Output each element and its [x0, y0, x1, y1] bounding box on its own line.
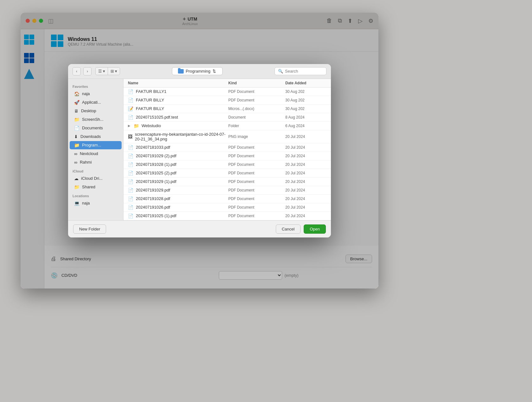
location-badge[interactable]: Programming ⇅	[172, 67, 223, 75]
file-kind-2: Micros...(.docx)	[228, 107, 285, 111]
forward-button[interactable]: ›	[83, 67, 92, 75]
table-row[interactable]: 📄FAKTUR BILLYPDF Document30 Aug 202	[124, 96, 331, 105]
open-button[interactable]: Open	[304, 224, 326, 234]
dialog-toolbar: ‹ › ☰ ▾ ⊞ ▾	[68, 64, 331, 79]
file-icon: 📄	[128, 115, 133, 120]
file-kind-13: PDF Document	[228, 205, 285, 210]
file-kind-11: PDF Document	[228, 188, 285, 192]
sidebar-item-screenshots[interactable]: 📁ScreenSh...	[70, 115, 122, 124]
sidebar-label-nextcloud: Nextcloud	[80, 151, 98, 156]
table-row[interactable]: 📝FAKTUR BILLYMicros...(.docx)30 Aug 202	[124, 105, 331, 113]
folder-icon	[178, 69, 184, 74]
file-name-text: FAKTUR BILLY1	[136, 89, 167, 94]
file-date-8: 20 Jul 2024	[285, 162, 326, 167]
location-chevron: ⇅	[212, 69, 216, 74]
sidebar-icon-nextcloud: ∞	[74, 151, 77, 156]
file-date-1: 30 Aug 202	[285, 98, 326, 102]
back-icon: ‹	[76, 69, 77, 74]
file-name-11: 📄202407191029.pdf	[128, 188, 228, 193]
sidebar-item-desktop[interactable]: 🖥Desktop	[70, 107, 122, 115]
file-date-5: 20 Jul 2024	[285, 134, 326, 139]
table-row[interactable]: ▶📁WebstudioFolder6 Aug 2024	[124, 122, 331, 130]
list-view-button[interactable]: ☰ ▾	[96, 68, 108, 75]
file-name-5: 🖼screencapture-my-bekantanjantan-co-id-2…	[128, 132, 228, 141]
sidebar-item-rahmi[interactable]: ∞Rahmi	[70, 158, 122, 166]
file-icon: 📝	[128, 106, 133, 111]
table-row[interactable]: 📄202407191029 (1).pdfPDF Document20 Jul …	[124, 178, 331, 186]
sidebar-item-naja[interactable]: 🏠naja	[70, 90, 122, 98]
grid-view-button[interactable]: ⊞ ▾	[108, 68, 120, 75]
dialog-sidebar: Favorites🏠naja🚀Applicati...🖥Desktop📁Scre…	[68, 79, 124, 220]
sidebar-label-applications: Applicati...	[82, 100, 101, 105]
sidebar-item-applications[interactable]: 🚀Applicati...	[70, 98, 122, 107]
file-name-text: FAKTUR BILLY	[136, 106, 164, 111]
col-kind: Kind	[228, 81, 285, 85]
file-date-7: 20 Jul 2024	[285, 154, 326, 158]
sidebar-label-naja-loc: naja	[82, 201, 90, 205]
dialog-body: Favorites🏠naja🚀Applicati...🖥Desktop📁Scre…	[68, 79, 331, 220]
file-date-9: 20 Jul 2024	[285, 171, 326, 175]
cancel-button[interactable]: Cancel	[276, 224, 301, 234]
table-row[interactable]: 📄202407191025 (2).pdfPDF Document20 Jul …	[124, 169, 331, 178]
file-name-text: 202407191028.pdf	[136, 196, 170, 201]
file-kind-3: Document	[228, 115, 285, 120]
file-icon: 📄	[128, 196, 133, 201]
file-icon: 📄	[128, 171, 133, 176]
file-kind-14: PDF Document	[228, 214, 285, 218]
table-row[interactable]: 📄202407191029 (2).pdfPDF Document20 Jul …	[124, 152, 331, 160]
location-label: Programming	[186, 69, 210, 74]
list-view-chevron: ▾	[103, 69, 105, 74]
file-name-text: 202407191029 (2).pdf	[136, 153, 176, 158]
sidebar-item-naja-loc[interactable]: 💻naja	[70, 199, 122, 207]
sidebar-item-nextcloud[interactable]: ∞Nextcloud	[70, 150, 122, 158]
table-row[interactable]: 📄202407181033.pdfPDF Document20 Jul 2024	[124, 143, 331, 152]
sidebar-label-rahmi: Rahmi	[80, 160, 92, 165]
file-kind-9: PDF Document	[228, 171, 285, 175]
sidebar-label-downloads: Downloads	[80, 134, 101, 139]
table-row[interactable]: 🖼screencapture-my-bekantanjantan-co-id-2…	[124, 130, 331, 143]
search-input[interactable]	[285, 69, 323, 74]
file-name-4: ▶📁Webstudio	[128, 123, 228, 128]
table-row[interactable]: 📄FAKTUR BILLY1PDF Document30 Aug 202	[124, 88, 331, 96]
sidebar-icon-applications: 🚀	[74, 100, 79, 105]
file-kind-6: PDF Document	[228, 145, 285, 150]
file-name-10: 📄202407191029 (1).pdf	[128, 179, 228, 184]
search-icon: 🔍	[278, 69, 283, 74]
sidebar-item-shared[interactable]: 📁Shared	[70, 183, 122, 191]
sidebar-item-documents[interactable]: 📄Documents	[70, 124, 122, 132]
file-name-text: 202407191029.pdf	[136, 188, 170, 192]
sidebar-label-documents: Documents	[82, 126, 103, 130]
file-date-14: 20 Jul 2024	[285, 214, 326, 218]
file-open-dialog: ‹ › ☰ ▾ ⊞ ▾	[68, 64, 331, 237]
file-name-text: 202407191026.pdf	[136, 205, 170, 210]
sidebar-item-programming[interactable]: 📁Program...	[70, 141, 122, 149]
sidebar-label-naja: naja	[82, 91, 90, 96]
file-name-3: 📄202407151025.pdf.test	[128, 115, 228, 120]
file-name-text: 202407191025 (2).pdf	[136, 171, 176, 175]
dialog-footer: New Folder Cancel Open	[68, 220, 331, 237]
file-name-text: 202407181033.pdf	[136, 145, 170, 150]
col-name: Name	[128, 81, 228, 85]
file-icon: 📄	[128, 213, 133, 218]
sidebar-item-downloads[interactable]: ⬇Downloads	[70, 133, 122, 141]
table-row[interactable]: 📄202407151025.pdf.testDocument8 Aug 2024	[124, 113, 331, 122]
file-name-text: screencapture-my-bekantanjantan-co-id-20…	[135, 132, 228, 141]
file-kind-12: PDF Document	[228, 197, 285, 201]
file-icon: 📄	[128, 145, 133, 150]
table-row[interactable]: 📄202407191028 (1).pdfPDF Document20 Jul …	[124, 160, 331, 169]
table-row[interactable]: 📄202407191029.pdfPDF Document20 Jul 2024	[124, 186, 331, 195]
file-date-12: 20 Jul 2024	[285, 197, 326, 201]
table-row[interactable]: 📄202407191026.pdfPDF Document20 Jul 2024	[124, 203, 331, 212]
back-button[interactable]: ‹	[73, 67, 81, 75]
file-name-14: 📄202407191025 (1).pdf	[128, 213, 228, 218]
file-name-12: 📄202407191028.pdf	[128, 196, 228, 201]
file-icon: 📄	[128, 98, 133, 103]
file-name-text: Webstudio	[142, 123, 161, 128]
new-folder-button[interactable]: New Folder	[73, 224, 106, 234]
sidebar-section-icloud: iCloud	[68, 167, 123, 174]
col-date: Date Added	[285, 81, 326, 85]
table-row[interactable]: 📄202407191025 (1).pdfPDF Document20 Jul …	[124, 212, 331, 220]
file-name-8: 📄202407191028 (1).pdf	[128, 162, 228, 167]
table-row[interactable]: 📄202407191028.pdfPDF Document20 Jul 2024	[124, 195, 331, 203]
sidebar-item-icloud-drive[interactable]: ☁iCloud Dri...	[70, 174, 122, 183]
